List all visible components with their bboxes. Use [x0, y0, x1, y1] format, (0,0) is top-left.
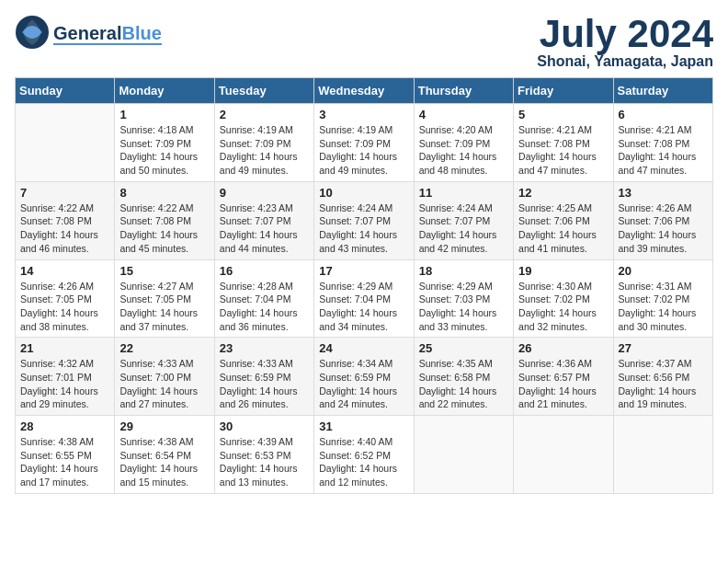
day-number: 23 — [220, 341, 309, 355]
calendar-day-cell: 1Sunrise: 4:18 AM Sunset: 7:09 PM Daylig… — [115, 104, 214, 182]
calendar-table: SundayMondayTuesdayWednesdayThursdayFrid… — [15, 77, 713, 494]
calendar-day-cell: 16Sunrise: 4:28 AM Sunset: 7:04 PM Dayli… — [214, 259, 313, 338]
calendar-week-row: 7Sunrise: 4:22 AM Sunset: 7:08 PM Daylig… — [16, 181, 713, 259]
day-number: 7 — [20, 186, 109, 200]
calendar-week-row: 28Sunrise: 4:38 AM Sunset: 6:55 PM Dayli… — [16, 416, 713, 494]
calendar-day-cell: 12Sunrise: 4:25 AM Sunset: 7:06 PM Dayli… — [514, 181, 613, 259]
day-info: Sunrise: 4:32 AM Sunset: 7:01 PM Dayligh… — [20, 357, 109, 411]
day-info: Sunrise: 4:21 AM Sunset: 7:08 PM Dayligh… — [619, 123, 708, 178]
calendar-day-cell: 20Sunrise: 4:31 AM Sunset: 7:02 PM Dayli… — [613, 259, 712, 338]
day-info: Sunrise: 4:24 AM Sunset: 7:07 PM Dayligh… — [419, 201, 508, 256]
calendar-day-cell: 11Sunrise: 4:24 AM Sunset: 7:07 PM Dayli… — [414, 181, 513, 259]
day-info: Sunrise: 4:29 AM Sunset: 7:04 PM Dayligh… — [319, 280, 408, 334]
calendar-day-cell: 5Sunrise: 4:21 AM Sunset: 7:08 PM Daylig… — [514, 104, 613, 182]
day-info: Sunrise: 4:27 AM Sunset: 7:05 PM Dayligh… — [119, 280, 209, 334]
weekday-header: Sunday — [16, 78, 115, 104]
calendar-day-cell: 9Sunrise: 4:23 AM Sunset: 7:07 PM Daylig… — [214, 181, 313, 259]
calendar-day-cell: 8Sunrise: 4:22 AM Sunset: 7:08 PM Daylig… — [115, 181, 214, 259]
calendar-day-cell: 28Sunrise: 4:38 AM Sunset: 6:55 PM Dayli… — [16, 416, 115, 494]
day-number: 2 — [220, 108, 309, 121]
day-info: Sunrise: 4:35 AM Sunset: 6:58 PM Dayligh… — [419, 357, 508, 411]
day-number: 27 — [619, 341, 708, 355]
logo: GeneralBlue — [15, 15, 162, 53]
calendar-day-cell: 22Sunrise: 4:33 AM Sunset: 7:00 PM Dayli… — [115, 338, 214, 416]
day-number: 30 — [220, 419, 309, 433]
calendar-day-cell: 23Sunrise: 4:33 AM Sunset: 6:59 PM Dayli… — [214, 338, 313, 416]
calendar-day-cell: 7Sunrise: 4:22 AM Sunset: 7:08 PM Daylig… — [16, 181, 115, 259]
day-info: Sunrise: 4:19 AM Sunset: 7:09 PM Dayligh… — [220, 123, 309, 178]
page-header: GeneralBlue July 2024 Shonai, Yamagata, … — [15, 15, 713, 70]
day-info: Sunrise: 4:34 AM Sunset: 6:59 PM Dayligh… — [319, 357, 408, 411]
calendar-day-cell: 18Sunrise: 4:29 AM Sunset: 7:03 PM Dayli… — [414, 259, 513, 338]
logo-text: GeneralBlue — [53, 23, 162, 43]
day-info: Sunrise: 4:26 AM Sunset: 7:06 PM Dayligh… — [619, 201, 708, 256]
day-number: 8 — [119, 186, 209, 200]
day-number: 17 — [319, 264, 408, 278]
day-info: Sunrise: 4:21 AM Sunset: 7:08 PM Dayligh… — [518, 123, 608, 178]
day-info: Sunrise: 4:31 AM Sunset: 7:02 PM Dayligh… — [619, 280, 708, 334]
day-number: 20 — [619, 264, 708, 278]
weekday-header: Thursday — [414, 78, 513, 104]
calendar-day-cell — [613, 416, 712, 494]
calendar-day-cell: 30Sunrise: 4:39 AM Sunset: 6:53 PM Dayli… — [214, 416, 313, 494]
weekday-header: Tuesday — [214, 78, 313, 104]
day-info: Sunrise: 4:25 AM Sunset: 7:06 PM Dayligh… — [518, 201, 608, 256]
day-info: Sunrise: 4:39 AM Sunset: 6:53 PM Dayligh… — [220, 435, 309, 489]
calendar-week-row: 21Sunrise: 4:32 AM Sunset: 7:01 PM Dayli… — [16, 338, 713, 416]
calendar-day-cell: 3Sunrise: 4:19 AM Sunset: 7:09 PM Daylig… — [314, 104, 414, 182]
day-info: Sunrise: 4:38 AM Sunset: 6:55 PM Dayligh… — [20, 435, 109, 489]
calendar-day-cell: 31Sunrise: 4:40 AM Sunset: 6:52 PM Dayli… — [314, 416, 414, 494]
calendar-day-cell: 10Sunrise: 4:24 AM Sunset: 7:07 PM Dayli… — [314, 181, 414, 259]
calendar-day-cell: 26Sunrise: 4:36 AM Sunset: 6:57 PM Dayli… — [514, 338, 613, 416]
calendar-week-row: 14Sunrise: 4:26 AM Sunset: 7:05 PM Dayli… — [16, 259, 713, 338]
day-number: 5 — [518, 108, 608, 121]
calendar-day-cell: 13Sunrise: 4:26 AM Sunset: 7:06 PM Dayli… — [613, 181, 712, 259]
calendar-day-cell — [514, 416, 613, 494]
day-info: Sunrise: 4:22 AM Sunset: 7:08 PM Dayligh… — [119, 201, 209, 256]
calendar-week-row: 1Sunrise: 4:18 AM Sunset: 7:09 PM Daylig… — [16, 104, 713, 182]
calendar-day-cell: 4Sunrise: 4:20 AM Sunset: 7:09 PM Daylig… — [414, 104, 513, 182]
calendar-day-cell: 21Sunrise: 4:32 AM Sunset: 7:01 PM Dayli… — [16, 338, 115, 416]
day-number: 6 — [619, 108, 708, 121]
day-number: 9 — [220, 186, 309, 200]
day-info: Sunrise: 4:19 AM Sunset: 7:09 PM Dayligh… — [319, 123, 408, 178]
day-info: Sunrise: 4:20 AM Sunset: 7:09 PM Dayligh… — [419, 123, 508, 178]
weekday-header: Friday — [514, 78, 613, 104]
day-number: 10 — [319, 186, 408, 200]
day-info: Sunrise: 4:37 AM Sunset: 6:56 PM Dayligh… — [619, 357, 708, 411]
calendar-day-cell: 27Sunrise: 4:37 AM Sunset: 6:56 PM Dayli… — [613, 338, 712, 416]
weekday-header: Monday — [115, 78, 214, 104]
day-info: Sunrise: 4:24 AM Sunset: 7:07 PM Dayligh… — [319, 201, 408, 256]
day-number: 11 — [419, 186, 508, 200]
day-number: 24 — [319, 341, 408, 355]
weekday-header: Saturday — [613, 78, 712, 104]
day-number: 16 — [220, 264, 309, 278]
day-number: 29 — [119, 419, 209, 433]
day-number: 25 — [419, 341, 508, 355]
day-number: 26 — [518, 341, 608, 355]
calendar-header-row: SundayMondayTuesdayWednesdayThursdayFrid… — [16, 78, 713, 104]
day-number: 28 — [20, 419, 109, 433]
calendar-day-cell: 15Sunrise: 4:27 AM Sunset: 7:05 PM Dayli… — [115, 259, 214, 338]
day-number: 3 — [319, 108, 408, 121]
day-number: 19 — [518, 264, 608, 278]
day-number: 14 — [20, 264, 109, 278]
calendar-day-cell: 17Sunrise: 4:29 AM Sunset: 7:04 PM Dayli… — [314, 259, 414, 338]
calendar-day-cell — [414, 416, 513, 494]
month-title: July 2024 — [537, 15, 713, 53]
day-info: Sunrise: 4:33 AM Sunset: 7:00 PM Dayligh… — [119, 357, 209, 411]
day-info: Sunrise: 4:28 AM Sunset: 7:04 PM Dayligh… — [220, 280, 309, 334]
day-info: Sunrise: 4:29 AM Sunset: 7:03 PM Dayligh… — [419, 280, 508, 334]
calendar-day-cell: 6Sunrise: 4:21 AM Sunset: 7:08 PM Daylig… — [613, 104, 712, 182]
calendar-day-cell: 24Sunrise: 4:34 AM Sunset: 6:59 PM Dayli… — [314, 338, 414, 416]
day-info: Sunrise: 4:38 AM Sunset: 6:54 PM Dayligh… — [119, 435, 209, 489]
day-info: Sunrise: 4:26 AM Sunset: 7:05 PM Dayligh… — [20, 280, 109, 334]
day-number: 15 — [119, 264, 209, 278]
location-title: Shonai, Yamagata, Japan — [537, 53, 713, 70]
day-info: Sunrise: 4:23 AM Sunset: 7:07 PM Dayligh… — [220, 201, 309, 256]
day-number: 18 — [419, 264, 508, 278]
day-number: 4 — [419, 108, 508, 121]
day-number: 1 — [119, 108, 209, 121]
day-number: 31 — [319, 419, 408, 433]
calendar-day-cell: 14Sunrise: 4:26 AM Sunset: 7:05 PM Dayli… — [16, 259, 115, 338]
